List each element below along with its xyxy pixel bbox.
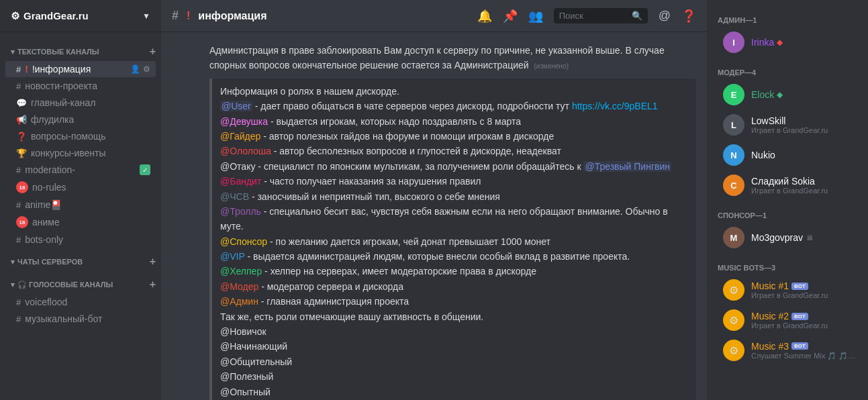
18-badge-norules: 18	[16, 181, 28, 193]
member-sladkiy[interactable]: С Сладкий Sokia Играет в GrandGear.ru	[712, 170, 863, 200]
channel-item-flood[interactable]: 📢 флудилка	[5, 111, 156, 128]
embed-line-3: @Гайдер - автор полезных гайдов на форум…	[220, 129, 688, 144]
server-icon-mo3govprav: 🖥	[806, 234, 813, 242]
search-input[interactable]	[559, 11, 628, 21]
bot-badge-music1: BOT	[791, 283, 808, 290]
channel-item-bots[interactable]: # bots-only	[5, 232, 156, 248]
member-info-music2: Music #2 BOT Играет в GrandGear.ru	[751, 311, 857, 330]
embed-line-18: @Полезный	[220, 369, 688, 384]
category-servers: ▾ ЧАТЫ СЕРВЕРОВ +	[0, 253, 161, 270]
member-music1[interactable]: ⚙ Music #1 BOT Играет в GrandGear.ru	[712, 275, 863, 305]
channel-actions-info: 👤 ⚙	[130, 64, 150, 74]
search-bar[interactable]: 🔍	[554, 8, 648, 23]
channel-item-anime[interactable]: # anime🎴	[5, 197, 156, 213]
channel-name-questions: вопросы-помощь	[31, 131, 150, 142]
channel-name-info: !информация	[32, 64, 126, 74]
category-label: ЧАТЫ СЕРВЕРОВ	[17, 258, 83, 266]
question-icon: ❓	[16, 132, 27, 142]
members-category-admin: АДМИН—1	[707, 5, 868, 27]
hash-icon: #	[16, 81, 21, 91]
embed-line-1: @User - дает право общаться в чате серве…	[220, 99, 688, 113]
category-header-servers[interactable]: ▾ ЧАТЫ СЕРВЕРОВ +	[0, 253, 161, 270]
member-info-elock: Elock ◆	[751, 89, 857, 100]
channel-item-main[interactable]: 💬 главный-канал	[5, 95, 156, 111]
channel-name-norules: no-rules	[32, 182, 150, 193]
member-status-music2: Играет в GrandGear.ru	[751, 321, 857, 330]
channel-item-moderation[interactable]: # moderation- ✓	[5, 162, 156, 178]
at-icon[interactable]: @	[659, 9, 671, 23]
link-vk[interactable]: https://vk.cc/9pBEL1	[572, 101, 658, 111]
category-voice: ▾ 🎧 ГОЛОСОВЫЕ КАНАЛЫ + # voiceflood # му…	[0, 276, 161, 327]
trophy-icon: 🏆	[16, 148, 27, 158]
search-icon: 🔍	[632, 11, 642, 21]
hash-icon: #	[16, 314, 21, 324]
channel-item-anime2[interactable]: 18 аниме	[5, 213, 156, 231]
member-music2[interactable]: ⚙ Music #2 BOT Играет в GrandGear.ru	[712, 305, 863, 335]
add-server-channel-icon[interactable]: +	[150, 256, 156, 268]
member-lowskill[interactable]: L LowSkill Играет в GrandGear.ru	[712, 110, 863, 140]
embed-line-8: @Тролль - специально бесит вас, чувствуя…	[220, 204, 688, 234]
member-music3[interactable]: ⚙ Music #3 BOT Слушает Summer Mix 🎵 🎵| B…	[712, 336, 863, 365]
category-header-voice[interactable]: ▾ 🎧 ГОЛОСОВЫЕ КАНАЛЫ +	[0, 276, 161, 293]
sidebar: ⚙ GrandGear.ru ▼ ▾ ТЕКСТОВЫЕ КАНАЛЫ + # …	[0, 0, 161, 400]
member-elock[interactable]: E Elock ◆	[712, 80, 863, 109]
members-panel: АДМИН—1 I Irinka ◆ МОДЕР—4 E Elock ◆ L L…	[707, 0, 868, 400]
embed-line-16: @Начинающий	[220, 339, 688, 354]
add-voice-channel-icon[interactable]: +	[150, 279, 156, 291]
member-nukio[interactable]: N Nukio	[712, 140, 863, 170]
embed-line-12: @Модер - модератор сервера и дискорда	[220, 279, 688, 294]
channel-item-voiceflood[interactable]: # voiceflood	[5, 294, 156, 310]
channel-item-norules[interactable]: 18 no-rules	[5, 179, 156, 196]
diamond-icon-elock: ◆	[777, 90, 783, 99]
bot-badge-music3: BOT	[791, 342, 808, 350]
embed-line-9: @Спонсор - по желанию дается игрокам, че…	[220, 234, 688, 249]
members-icon[interactable]: 👥	[528, 9, 543, 23]
member-irinka[interactable]: I Irinka ◆	[712, 28, 863, 57]
server-icon: ⚙	[11, 10, 19, 22]
member-name-elock: Elock	[751, 89, 774, 100]
embed-line-15: @Новичок	[220, 324, 688, 339]
channel-item-events[interactable]: 🏆 конкурсы-ивенты	[5, 145, 156, 161]
category-header-text[interactable]: ▾ ТЕКСТОВЫЕ КАНАЛЫ +	[0, 43, 161, 60]
channel-item-info[interactable]: # ! !информация 👤 ⚙	[5, 61, 156, 77]
gear-icon: ⚙	[143, 64, 150, 74]
channel-name-anime2: аниме	[32, 217, 150, 228]
member-info-mo3govprav: Mo3govprav 🖥	[751, 232, 857, 243]
embed-line-7: @ЧСВ - заносчивый и неприятный тип, высо…	[220, 189, 688, 204]
channel-item-news[interactable]: # новости-проекта	[5, 78, 156, 94]
avatar-elock: E	[723, 84, 744, 105]
members-category-moder: МОДЕР—4	[707, 58, 868, 79]
channel-item-muzbots[interactable]: # музыкальный-бот	[5, 311, 156, 327]
channel-exclaim: !	[187, 10, 190, 22]
hash-icon: #	[16, 64, 21, 74]
member-name-mo3govprav: Mo3govprav	[751, 232, 803, 243]
members-category-sponsor: СПОНСОР—1	[707, 201, 868, 222]
settings-person-icon: 👤	[130, 64, 140, 74]
add-text-channel-icon[interactable]: +	[150, 46, 156, 58]
pin-icon[interactable]: 📌	[503, 9, 518, 23]
category-label: 🎧 ГОЛОСОВЫЕ КАНАЛЫ	[17, 281, 113, 289]
embed-line-4: @Ололоша - автор бесполезных вопросов и …	[220, 144, 688, 158]
embed-line-19: @Опытный	[220, 385, 688, 399]
mention-devushka: @Девушка	[220, 116, 268, 127]
mention-admin: @Админ	[220, 296, 258, 307]
channel-list: ▾ ТЕКСТОВЫЕ КАНАЛЫ + # ! !информация 👤 ⚙…	[0, 32, 161, 400]
edited-tag: (изменено)	[534, 62, 569, 70]
mention-vip: @VIP	[220, 251, 245, 262]
member-name-lowskill: LowSkill	[751, 115, 785, 126]
help-icon[interactable]: ❓	[681, 9, 696, 23]
channel-item-questions[interactable]: ❓ вопросы-помощь	[5, 128, 156, 144]
member-name-irinka: Irinka	[751, 37, 774, 48]
chat-icon: 💬	[16, 98, 27, 108]
channel-name-anime: anime🎴	[25, 199, 150, 210]
server-header[interactable]: ⚙ GrandGear.ru ▼	[0, 0, 161, 32]
category-chevron-icon: ▾	[11, 48, 15, 56]
member-name-sladkiy: Сладкий Sokia	[751, 176, 815, 187]
embed-block: Информация о ролях в нашем дискорде. @Us…	[209, 79, 696, 400]
mention-gaider: @Гайдер	[220, 131, 260, 142]
category-text: ▾ ТЕКСТОВЫЕ КАНАЛЫ + # ! !информация 👤 ⚙…	[0, 43, 161, 248]
diamond-icon-irinka: ◆	[777, 38, 783, 47]
bell-icon[interactable]: 🔔	[477, 9, 492, 23]
member-mo3govprav[interactable]: M Mo3govprav 🖥	[712, 223, 863, 252]
mention-sponsor: @Спонсор	[220, 236, 267, 247]
